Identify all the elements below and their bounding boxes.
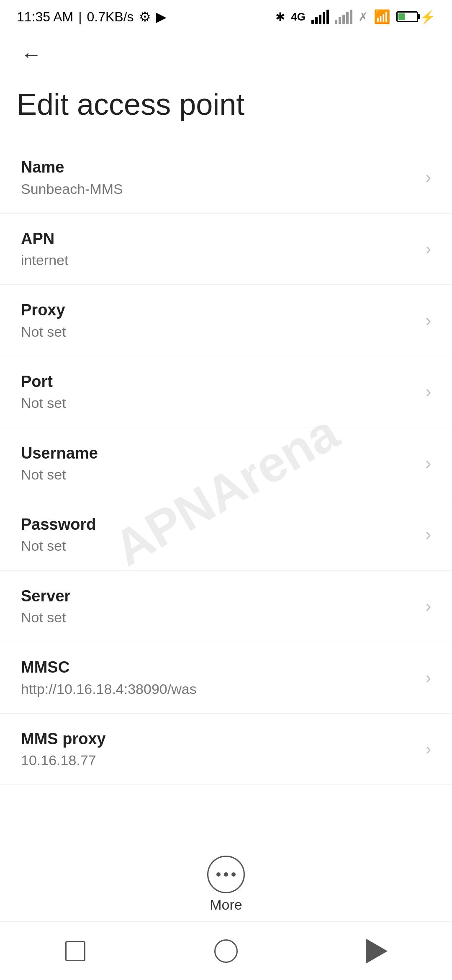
wifi-icon: 📶 — [374, 9, 390, 25]
settings-item-content: MMS proxy 10.16.18.77 — [21, 729, 417, 770]
settings-item-content: Port Not set — [21, 371, 417, 413]
network-speed: 0.7KB/s — [87, 9, 134, 25]
settings-item-value: Sunbeach-MMS — [21, 180, 417, 198]
chevron-right-icon: › — [426, 668, 431, 687]
settings-item-content: Password Not set — [21, 514, 417, 555]
settings-item-server[interactable]: Server Not set › — [0, 571, 452, 642]
more-circle-icon — [207, 856, 245, 893]
chevron-right-icon: › — [426, 454, 431, 473]
no-signal-icon: ✗ — [358, 10, 368, 24]
settings-item-label: Name — [21, 157, 417, 178]
page-title: Edit access point — [0, 75, 452, 142]
recent-apps-button[interactable] — [50, 934, 100, 968]
chevron-right-icon: › — [426, 168, 431, 187]
battery-indicator: ⚡ — [396, 10, 435, 24]
nav-bar — [0, 921, 452, 980]
status-left: 11:35 AM | 0.7KB/s ⚙ ▶ — [17, 9, 167, 25]
settings-item-name[interactable]: Name Sunbeach-MMS › — [0, 142, 452, 214]
settings-item-value: internet — [21, 251, 417, 269]
gear-icon: ⚙ — [139, 9, 151, 25]
more-dot-2 — [224, 872, 228, 877]
more-dot-1 — [216, 872, 221, 877]
settings-item-mmsc[interactable]: MMSC http://10.16.18.4:38090/was › — [0, 642, 452, 714]
signal-bars-primary — [311, 10, 329, 24]
home-button[interactable] — [201, 934, 251, 968]
chevron-right-icon: › — [426, 740, 431, 758]
settings-item-label: APN — [21, 229, 417, 249]
settings-item-value: 10.16.18.77 — [21, 751, 417, 769]
chevron-right-icon: › — [426, 525, 431, 544]
more-label: More — [210, 897, 242, 913]
settings-item-content: Server Not set — [21, 586, 417, 627]
bottom-area: More — [0, 856, 452, 913]
speed-display: | — [78, 9, 82, 25]
settings-item-value: Not set — [21, 465, 417, 484]
back-nav-icon — [366, 939, 388, 964]
settings-item-value: Not set — [21, 536, 417, 555]
battery-box — [396, 11, 418, 22]
settings-item-label: Password — [21, 514, 417, 535]
status-right: ✱ 4G ✗ 📶 ⚡ — [275, 9, 435, 25]
settings-item-value: Not set — [21, 608, 417, 627]
status-bar: 11:35 AM | 0.7KB/s ⚙ ▶ ✱ 4G ✗ 📶 ⚡ — [0, 0, 452, 34]
bluetooth-icon: ✱ — [275, 10, 285, 24]
settings-item-proxy[interactable]: Proxy Not set › — [0, 285, 452, 356]
camera-icon: ▶ — [156, 9, 167, 25]
settings-item-content: Name Sunbeach-MMS — [21, 157, 417, 198]
settings-item-label: Server — [21, 586, 417, 606]
charging-icon: ⚡ — [420, 10, 435, 24]
settings-item-username[interactable]: Username Not set › — [0, 428, 452, 500]
more-dot-3 — [231, 872, 236, 877]
settings-item-label: MMS proxy — [21, 729, 417, 749]
settings-item-mms-proxy[interactable]: MMS proxy 10.16.18.77 › — [0, 714, 452, 785]
settings-item-label: Username — [21, 443, 417, 464]
chevron-right-icon: › — [426, 597, 431, 616]
settings-item-label: Port — [21, 371, 417, 392]
chevron-right-icon: › — [426, 311, 431, 330]
settings-list: Name Sunbeach-MMS › APN internet › Proxy… — [0, 142, 452, 785]
signal-bars-secondary — [335, 10, 352, 24]
recent-apps-icon — [65, 941, 85, 961]
settings-item-apn[interactable]: APN internet › — [0, 214, 452, 285]
time-display: 11:35 AM — [17, 9, 73, 25]
settings-item-value: http://10.16.18.4:38090/was — [21, 680, 417, 698]
back-nav-button[interactable] — [352, 934, 402, 968]
back-arrow-icon: ← — [21, 42, 42, 67]
settings-item-label: MMSC — [21, 657, 417, 678]
settings-item-content: Proxy Not set — [21, 300, 417, 341]
settings-item-content: APN internet — [21, 229, 417, 270]
toolbar: ← — [0, 34, 452, 75]
settings-item-content: Username Not set — [21, 443, 417, 484]
settings-item-label: Proxy — [21, 300, 417, 320]
chevron-right-icon: › — [426, 240, 431, 258]
settings-item-value: Not set — [21, 394, 417, 412]
settings-item-value: Not set — [21, 322, 417, 341]
chevron-right-icon: › — [426, 382, 431, 401]
settings-item-content: MMSC http://10.16.18.4:38090/was — [21, 657, 417, 698]
more-button[interactable]: More — [207, 856, 245, 913]
battery-fill — [398, 13, 405, 20]
settings-item-port[interactable]: Port Not set › — [0, 356, 452, 428]
network-type: 4G — [291, 10, 306, 23]
back-button[interactable]: ← — [17, 40, 46, 69]
home-icon — [214, 939, 238, 963]
settings-item-password[interactable]: Password Not set › — [0, 499, 452, 571]
